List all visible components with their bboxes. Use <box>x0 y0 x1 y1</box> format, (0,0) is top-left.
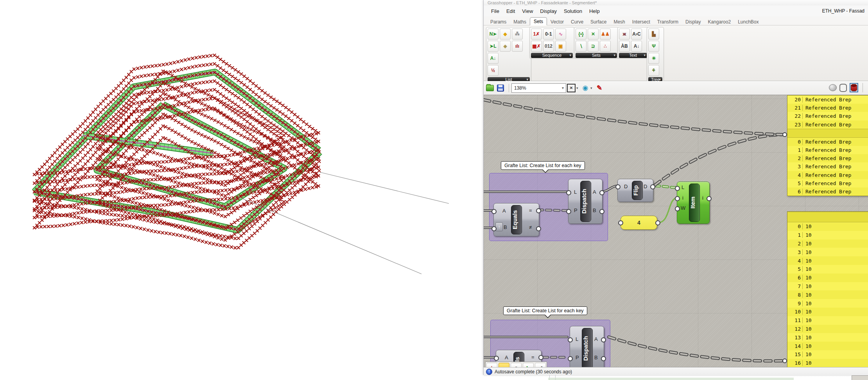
tab-vector[interactable]: Vector <box>547 18 567 25</box>
set-union-icon[interactable]: ⊇ <box>588 41 599 52</box>
list-item-icon[interactable]: N➤ <box>488 29 499 40</box>
data-panel-counts[interactable]: 0101102103104105106107108109101010111012… <box>787 211 868 367</box>
rhino-viewport[interactable] <box>0 0 483 380</box>
zoom-extents-dropdown[interactable]: ▾ <box>576 86 580 90</box>
input-port[interactable] <box>568 356 573 361</box>
input-port[interactable] <box>568 337 573 342</box>
menu-item-view[interactable]: View <box>518 7 536 15</box>
cull-index-icon[interactable]: 1✗ <box>531 29 542 40</box>
port-label-equal[interactable]: = <box>531 354 534 360</box>
port-label-d-out[interactable]: D <box>644 184 647 189</box>
sort-tool-icon[interactable]: A↓ <box>523 363 534 367</box>
input-port[interactable] <box>494 356 499 361</box>
save-file-icon[interactable] <box>497 85 504 92</box>
component-capsule[interactable]: Dispatch <box>582 328 593 367</box>
output-port[interactable] <box>601 337 606 342</box>
tab-lunchbox[interactable]: LunchBox <box>734 18 762 25</box>
output-port[interactable] <box>655 220 660 225</box>
ribbon-group-label[interactable]: Sets▾ <box>576 53 617 58</box>
zoom-level-combo[interactable]: 138% ▾ <box>511 83 566 93</box>
open-file-icon[interactable] <box>486 85 494 91</box>
wire-chain[interactable] <box>484 100 783 135</box>
component-capsule[interactable]: Equals <box>511 205 522 234</box>
tree-stump-icon[interactable]: ▙ <box>648 29 659 40</box>
menu-item-display[interactable]: Display <box>536 7 560 15</box>
sift-pattern-icon[interactable]: ◈ <box>500 41 511 52</box>
characters-icon[interactable]: ÀB <box>619 41 630 52</box>
component-capsule[interactable]: Flip <box>632 181 643 200</box>
set-difference-icon[interactable]: ✕ <box>588 29 599 40</box>
wire-green-solid[interactable] <box>658 198 678 223</box>
tab-maths[interactable]: Maths <box>510 18 530 25</box>
sketch-tool-button[interactable]: ✎ <box>595 83 604 93</box>
tab-transform[interactable]: Transform <box>654 18 682 25</box>
canopy-icon[interactable]: ✳ <box>648 53 659 64</box>
ribbon-group-label[interactable]: Sequence▾ <box>531 53 573 58</box>
port-label-equal[interactable]: = <box>529 207 532 213</box>
input-port[interactable] <box>566 209 571 214</box>
shaded-preview-selected[interactable] <box>850 83 858 92</box>
cull-pattern-icon[interactable]: ▦✗ <box>531 41 542 52</box>
output-port[interactable] <box>536 226 541 231</box>
component-item[interactable]: L i W Item i <box>677 182 710 224</box>
gh-canvas[interactable]: Grafte List: Create List for each key Gr… <box>484 95 868 367</box>
output-port[interactable] <box>707 196 712 201</box>
member-index-icon[interactable]: ♟♟ <box>600 29 611 40</box>
port-label-p[interactable]: P <box>574 207 577 213</box>
sprout-icon[interactable]: Ψ <box>648 41 659 52</box>
port-label-p[interactable]: P <box>576 355 579 360</box>
squiggle-tool-icon[interactable]: 〰 <box>499 363 509 367</box>
ribbon-group-label[interactable]: Text▾ <box>619 53 647 58</box>
wireframe-preview-icon[interactable] <box>839 84 847 92</box>
input-port[interactable] <box>675 206 680 211</box>
insert-items-icon[interactable]: ◆ <box>500 29 511 40</box>
replace-members-icon[interactable]: ∴ <box>600 41 611 52</box>
expression-tool-icon[interactable]: x² <box>535 363 546 367</box>
data-panel-breps[interactable]: 20Referenced Brep21Referenced Brep22Refe… <box>787 95 868 196</box>
port-label-i[interactable]: i <box>682 195 683 201</box>
number-panel[interactable]: 4 <box>621 216 657 230</box>
menu-item-solution[interactable]: Solution <box>560 7 586 15</box>
component-equals[interactable]: A B ↑ Equals = ≠ <box>493 203 539 236</box>
wire-chain[interactable] <box>655 135 783 185</box>
port-label-l[interactable]: L <box>574 189 577 195</box>
list-length-icon[interactable]: ➤L <box>488 41 499 52</box>
port-label-b[interactable]: B <box>594 355 598 360</box>
preview-visibility-button[interactable]: ◉ <box>581 83 590 93</box>
menu-item-file[interactable]: File <box>488 7 503 15</box>
input-port[interactable] <box>566 190 571 195</box>
component-dispatch-2[interactable]: L P Dispatch A B <box>570 326 604 367</box>
input-port[interactable] <box>618 220 623 225</box>
tab-curve[interactable]: Curve <box>567 18 587 25</box>
tab-mesh[interactable]: Mesh <box>610 18 628 25</box>
component-capsule[interactable]: Item <box>689 184 700 222</box>
tab-intersect[interactable]: Intersect <box>629 18 654 25</box>
tab-params[interactable]: Params <box>487 18 510 25</box>
input-port[interactable] <box>491 226 497 231</box>
sequence-icon[interactable]: ▣ <box>555 41 566 52</box>
component-capsule[interactable]: Dispatch <box>580 181 591 222</box>
wire-chain[interactable] <box>484 100 783 135</box>
wire-grip[interactable] <box>783 359 787 363</box>
random-icon[interactable]: ∿ <box>555 29 566 40</box>
tab-sets[interactable]: Sets <box>530 17 547 25</box>
sort-text-icon[interactable]: A↓ <box>631 41 642 52</box>
component-dispatch[interactable]: L P Dispatch A B <box>568 179 603 224</box>
port-label-w[interactable]: W <box>681 205 685 211</box>
output-port[interactable] <box>599 190 604 195</box>
wire-chain[interactable] <box>655 135 783 185</box>
item-chart-icon[interactable]: ılı <box>512 41 523 52</box>
port-label-notequal[interactable]: ≠ <box>529 224 532 230</box>
input-port[interactable] <box>491 209 497 214</box>
output-port[interactable] <box>538 355 543 360</box>
tab-kangaroo2[interactable]: Kangaroo2 <box>704 18 734 25</box>
concatenate-icon[interactable]: A›C <box>631 29 642 40</box>
zoom-extents-button[interactable]: ✕ <box>567 83 576 93</box>
port-label-a[interactable]: A <box>505 355 508 360</box>
weave-icon[interactable]: ⁂ <box>512 29 523 40</box>
range-icon[interactable]: 0-1 <box>543 29 554 40</box>
port-label-l[interactable]: L <box>576 336 578 342</box>
input-port[interactable] <box>675 186 680 191</box>
menu-item-help[interactable]: Help <box>586 7 603 15</box>
port-label-i-out[interactable]: i <box>702 195 703 201</box>
